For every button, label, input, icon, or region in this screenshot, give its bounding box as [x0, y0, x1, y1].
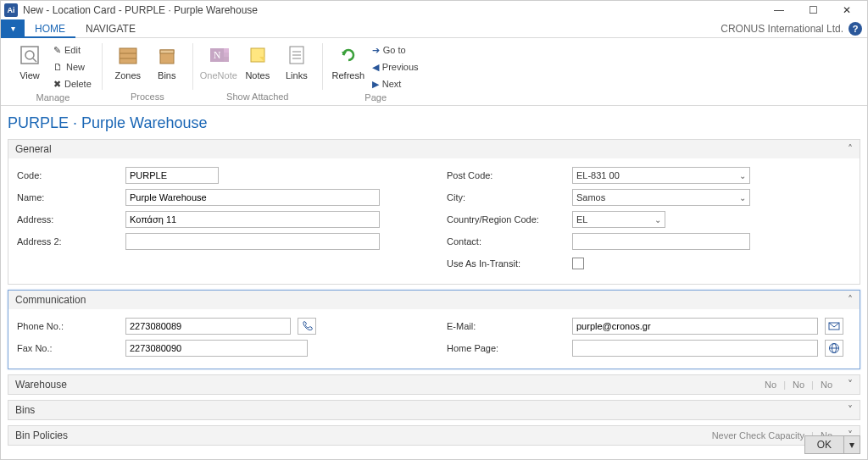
general-title: General [15, 143, 52, 155]
goto-button[interactable]: ➔Go to [369, 42, 422, 58]
file-tab[interactable]: ▾ [1, 19, 25, 38]
titlebar: Ai New - Location Card - PURPLE · Purple… [1, 1, 867, 19]
communication-title: Communication [15, 294, 86, 306]
zones-icon [114, 42, 142, 69]
useastransit-checkbox[interactable] [572, 258, 584, 269]
ribbon: View ✎Edit 🗋New ✖Delete Manage Zones [1, 38, 867, 106]
svg-rect-7 [160, 50, 174, 53]
view-button[interactable]: View [11, 40, 48, 92]
svg-rect-9 [224, 48, 229, 53]
edit-icon: ✎ [53, 45, 61, 56]
svg-point-1 [25, 51, 34, 59]
phone-label: Phone No.: [17, 321, 119, 331]
chevron-down-icon: ˅ [848, 404, 853, 416]
bins-button[interactable]: Bins [148, 40, 186, 91]
new-icon: 🗋 [53, 62, 63, 72]
zones-label: Zones [115, 70, 142, 80]
code-label: Code: [17, 170, 119, 180]
company-text: CRONUS International Ltd. [721, 23, 843, 35]
svg-rect-11 [224, 57, 229, 62]
contact-input[interactable] [572, 233, 750, 250]
fasttab-warehouse: Warehouse No| No| No ˅ [8, 374, 860, 395]
onenote-label: OneNote [200, 70, 237, 80]
homepage-action-button[interactable] [825, 340, 843, 357]
chevron-up-icon: ˄ [848, 143, 853, 155]
chevron-down-icon: ⌄ [739, 193, 746, 202]
notes-icon [244, 42, 271, 69]
country-label: Country/Region Code: [447, 214, 565, 224]
chevron-down-icon: ˅ [848, 379, 853, 391]
address-input[interactable] [125, 211, 380, 228]
email-input[interactable] [572, 318, 818, 335]
phone-action-button[interactable] [298, 318, 316, 335]
fax-label: Fax No.: [17, 343, 119, 353]
previous-icon: ◀ [372, 62, 379, 73]
ok-button[interactable]: OK [804, 435, 844, 454]
group-showattached: N OneNote Notes Links Show Attached [195, 40, 320, 105]
homepage-label: Home Page: [447, 343, 565, 353]
notes-button[interactable]: Notes [239, 40, 276, 91]
help-icon[interactable]: ? [849, 22, 862, 36]
phone-input[interactable] [125, 318, 291, 335]
page-title: PURPLE · Purple Warehouse [8, 111, 860, 139]
fasttab-binpolicies-header[interactable]: Bin Policies Never Check Capacity| No ˅ [8, 426, 860, 445]
warehouse-summary: No| No| No [765, 380, 832, 390]
fasttab-communication-header[interactable]: Communication ˄ [8, 291, 860, 309]
binpolicies-title: Bin Policies [15, 430, 68, 441]
tab-navigate[interactable]: NAVIGATE [75, 19, 146, 38]
tab-home[interactable]: HOME [25, 19, 75, 38]
maximize-button[interactable]: ☐ [796, 1, 830, 19]
goto-icon: ➔ [372, 45, 380, 56]
email-action-button[interactable] [825, 318, 843, 335]
refresh-button[interactable]: Refresh [330, 40, 367, 92]
postcode-dropdown[interactable]: EL-831 00⌄ [572, 167, 750, 184]
next-button[interactable]: ▶Next [369, 75, 422, 92]
refresh-label: Refresh [332, 70, 365, 80]
name-input[interactable] [125, 189, 380, 206]
minimize-button[interactable]: — [762, 1, 796, 19]
bins-title: Bins [15, 404, 35, 416]
page-group-label: Page [330, 92, 422, 105]
mail-icon [828, 320, 840, 332]
name-label: Name: [17, 192, 119, 202]
code-input[interactable] [125, 167, 219, 184]
svg-text:N: N [213, 49, 220, 61]
group-page: Refresh ➔Go to ◀Previous ▶Next Page [325, 40, 427, 105]
chevron-up-icon: ˄ [848, 294, 853, 306]
window-title: New - Location Card - PURPLE · Purple Wa… [23, 4, 258, 16]
links-icon [283, 42, 310, 69]
postcode-label: Post Code: [447, 170, 565, 180]
fax-input[interactable] [125, 340, 308, 357]
contact-label: Contact: [447, 236, 565, 247]
links-button[interactable]: Links [278, 40, 315, 91]
view-icon [16, 42, 43, 69]
close-button[interactable]: ✕ [830, 1, 864, 19]
useastransit-label: Use As In-Transit: [447, 258, 565, 269]
process-group-label: Process [109, 91, 186, 105]
new-button[interactable]: 🗋New [50, 58, 95, 75]
previous-button[interactable]: ◀Previous [369, 58, 422, 75]
globe-icon [828, 342, 840, 354]
warehouse-title: Warehouse [15, 379, 67, 391]
edit-button[interactable]: ✎Edit [50, 42, 95, 58]
fasttab-general-header[interactable]: General ˄ [8, 140, 860, 158]
email-label: E-Mail: [447, 321, 565, 331]
delete-button[interactable]: ✖Delete [50, 75, 95, 92]
address2-input[interactable] [125, 233, 380, 250]
bins-label: Bins [158, 70, 175, 80]
view-label: View [19, 70, 40, 80]
fasttab-warehouse-header[interactable]: Warehouse No| No| No ˅ [8, 375, 860, 394]
notes-label: Notes [245, 70, 270, 80]
chevron-down-icon: ⌄ [739, 171, 746, 180]
address-label: Address: [17, 214, 119, 224]
country-dropdown[interactable]: EL⌄ [572, 211, 665, 228]
city-dropdown[interactable]: Samos⌄ [572, 189, 750, 206]
zones-button[interactable]: Zones [109, 40, 147, 91]
app-icon: Ai [4, 3, 18, 17]
onenote-button[interactable]: N OneNote [200, 40, 237, 91]
ok-split-button[interactable]: ▾ [844, 435, 860, 454]
fasttab-bins-header[interactable]: Bins ˅ [8, 401, 860, 419]
group-manage: View ✎Edit 🗋New ✖Delete Manage [6, 40, 100, 105]
homepage-input[interactable] [572, 340, 818, 357]
links-label: Links [286, 70, 308, 80]
